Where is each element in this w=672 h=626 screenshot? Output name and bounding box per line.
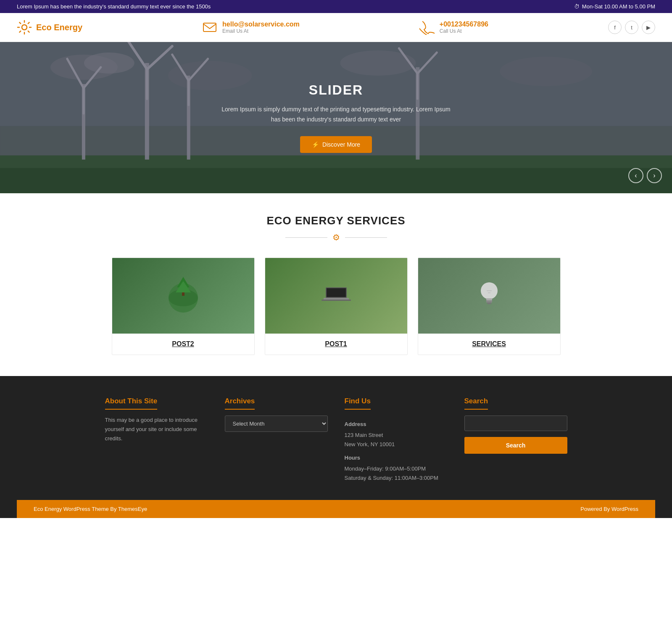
footer-address-line1: 123 Main Street: [345, 431, 448, 440]
top-bar-right: ⏱ Mon-Sat 10.00 AM to 5.00 PM: [574, 3, 655, 10]
svg-rect-35: [327, 288, 346, 297]
footer-bottom-left: Eco Energy WordPress Theme By ThemesEye: [34, 506, 147, 512]
twitter-button[interactable]: t: [625, 21, 638, 34]
footer-address-label: Address: [345, 420, 448, 429]
footer-archives-title: Archives: [225, 397, 255, 410]
service-card-post1[interactable]: POST1: [265, 258, 408, 355]
svg-rect-39: [486, 300, 492, 302]
phone-label: Call Us At: [440, 28, 488, 34]
footer-search-title: Search: [464, 397, 488, 410]
footer-hours-label: Hours: [345, 453, 448, 463]
footer-about-text: This may be a good place to introduce yo…: [105, 416, 208, 443]
footer: About This Site This may be a good place…: [0, 376, 672, 518]
divider-line-left: [285, 237, 327, 238]
phone-contact: +001234567896 Call Us At: [419, 20, 488, 35]
youtube-button[interactable]: ▶: [642, 21, 655, 34]
slider-navigation: ‹ ›: [628, 168, 662, 183]
footer-find-us-title: Find Us: [345, 397, 371, 410]
hero-content: SLIDER Lorem Ipsum is simply dummy text …: [210, 82, 462, 153]
email-link[interactable]: hello@solarservice.com: [222, 21, 300, 28]
header: Eco Energy hello@solarservice.com Email …: [0, 13, 672, 42]
footer-grid: About This Site This may be a good place…: [105, 397, 567, 500]
services-grid: POST2 POST1: [105, 258, 567, 355]
footer-hours-line2: Saturday & Sunday: 11:00AM–3:00PM: [345, 473, 448, 483]
bolt-icon: ⚡: [312, 141, 319, 148]
svg-point-0: [22, 25, 27, 30]
svg-rect-33: [324, 298, 349, 300]
footer-about: About This Site This may be a good place…: [105, 397, 208, 483]
phone-link[interactable]: +001234567896: [440, 21, 488, 28]
service-card-services[interactable]: SERVICES: [418, 258, 561, 355]
logo-text: Eco Energy: [36, 23, 82, 32]
social-icons: f t ▶: [608, 21, 655, 34]
svg-rect-40: [487, 302, 491, 304]
top-bar-text: Lorem Ipsum has been the industry's stan…: [17, 3, 211, 10]
services-gear-icon: ⚙: [332, 232, 340, 242]
discover-more-button[interactable]: ⚡ Discover More: [300, 136, 372, 153]
hero-slider: SLIDER Lorem Ipsum is simply dummy text …: [0, 42, 672, 193]
footer-archives: Archives Select Month January 2024 Febru…: [225, 397, 328, 483]
email-label: Email Us At: [222, 28, 300, 34]
divider-line-right: [345, 237, 387, 238]
service-card-image-post1: [265, 258, 407, 334]
service-card-title-services: SERVICES: [418, 334, 560, 355]
footer-bottom: Eco Energy WordPress Theme By ThemesEye …: [17, 500, 655, 518]
service-card-image-post2: [112, 258, 254, 334]
hero-description: Lorem Ipsum is simply dummy text of the …: [219, 105, 454, 125]
top-bar-hours: Mon-Sat 10.00 AM to 5.00 PM: [582, 3, 655, 10]
services-title: ECO ENERGY SERVICES: [17, 214, 655, 227]
footer-hours-line1: Monday–Friday: 9:00AM–5:00PM: [345, 464, 448, 473]
footer-search-input[interactable]: [464, 416, 567, 431]
service-card-title-post1: POST1: [265, 334, 407, 355]
slider-next-button[interactable]: ›: [647, 168, 662, 183]
service-card-post2[interactable]: POST2: [112, 258, 255, 355]
archives-select[interactable]: Select Month January 2024 February 2024 …: [225, 416, 328, 432]
service-card-image-services: [418, 258, 560, 334]
services-divider: ⚙: [17, 232, 655, 242]
footer-search: Search Search: [464, 397, 567, 483]
slider-prev-button[interactable]: ‹: [628, 168, 643, 183]
hero-title: SLIDER: [219, 82, 454, 98]
svg-rect-38: [486, 298, 492, 300]
footer-find-us: Find Us Address 123 Main Street New York…: [345, 397, 448, 483]
discover-more-label: Discover More: [322, 141, 360, 148]
service-card-title-post2: POST2: [112, 334, 254, 355]
svg-rect-36: [322, 300, 351, 301]
email-contact: hello@solarservice.com Email Us At: [202, 20, 300, 35]
facebook-button[interactable]: f: [608, 21, 622, 34]
footer-address-line2: New York, NY 10001: [345, 440, 448, 449]
clock-icon: ⏱: [574, 3, 580, 10]
logo[interactable]: Eco Energy: [17, 20, 82, 35]
footer-bottom-right: Powered By WordPress: [580, 506, 638, 512]
email-icon: [202, 20, 217, 35]
svg-rect-1: [203, 23, 216, 32]
gear-icon: [17, 20, 32, 35]
services-section: ECO ENERGY SERVICES ⚙ POST2: [0, 193, 672, 376]
top-bar: Lorem Ipsum has been the industry's stan…: [0, 0, 672, 13]
footer-search-button[interactable]: Search: [464, 437, 567, 454]
footer-about-title: About This Site: [105, 397, 158, 410]
phone-icon: [419, 20, 435, 35]
